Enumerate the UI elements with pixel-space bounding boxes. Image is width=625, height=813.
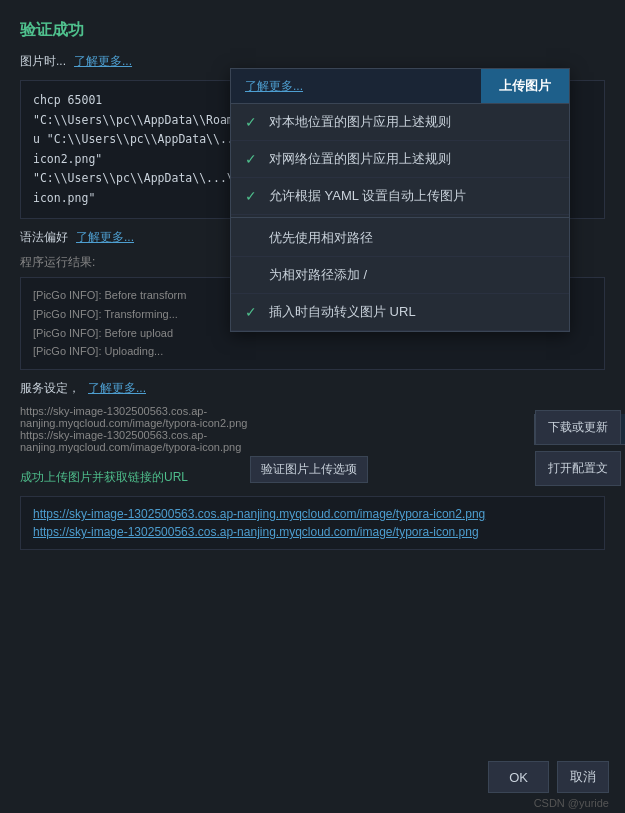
ok-button[interactable]: OK <box>488 761 549 793</box>
dropdown-item-network[interactable]: ✓ 对网络位置的图片应用上述规则 <box>231 141 569 178</box>
dropdown-learn-more[interactable]: 了解更多... <box>231 70 317 103</box>
upload-image-button[interactable]: 上传图片 <box>481 69 569 103</box>
bg-upload-url-2: https://sky-image-1302500563.cos.ap- <box>20 429 605 441</box>
dropdown-item-local[interactable]: ✓ 对本地位置的图片应用上述规则 <box>231 104 569 141</box>
dropdown-divider <box>231 217 569 218</box>
cancel-button[interactable]: 取消 <box>557 761 609 793</box>
learn-more-2[interactable]: 了解更多... <box>76 229 134 246</box>
dropdown-item-yaml[interactable]: ✓ 允许根据 YAML 设置自动上传图片 <box>231 178 569 215</box>
watermark: CSDN @yuride <box>534 797 609 809</box>
bg-upload-url-1b: nanjing.myqcloud.com/image/typora-icon2.… <box>20 417 605 429</box>
open-config-button[interactable]: 打开配置文 <box>535 451 621 486</box>
dropdown-item-auto-escape[interactable]: ✓ 插入时自动转义图片 URL <box>231 294 569 331</box>
dropdown-item-relative[interactable]: 优先使用相对路径 <box>231 220 569 257</box>
learn-more-3[interactable]: 了解更多... <box>88 380 146 397</box>
bg-upload-url-2b: nanjing.myqcloud.com/image/typora-icon.p… <box>20 441 605 453</box>
check-icon-2: ✓ <box>245 151 261 167</box>
verify-tooltip: 验证图片上传选项 <box>250 456 368 483</box>
check-icon-3: ✓ <box>245 188 261 204</box>
log-line-4: [PicGo INFO]: Uploading... <box>33 342 592 361</box>
bg-upload-url-1: https://sky-image-1302500563.cos.ap- <box>20 405 605 417</box>
dropdown-item-add-slash-label: 为相对路径添加 / <box>269 266 367 284</box>
dropdown-item-local-label: 对本地位置的图片应用上述规则 <box>269 113 451 131</box>
dropdown-item-yaml-label: 允许根据 YAML 设置自动上传图片 <box>269 187 466 205</box>
verify-success-label: 验证成功 <box>20 20 605 41</box>
success-url-2[interactable]: https://sky-image-1302500563.cos.ap-nanj… <box>33 525 592 539</box>
learn-more-1[interactable]: 了解更多... <box>74 53 132 70</box>
syntax-label: 语法偏好 <box>20 229 68 246</box>
service-settings-label: 服务设定， <box>20 380 80 397</box>
success-url-1[interactable]: https://sky-image-1302500563.cos.ap-nanj… <box>33 507 592 521</box>
dropdown-item-network-label: 对网络位置的图片应用上述规则 <box>269 150 451 168</box>
download-update-button[interactable]: 下载或更新 <box>535 410 621 445</box>
check-icon-4: ✓ <box>245 304 261 320</box>
dropdown-item-relative-label: 优先使用相对路径 <box>269 229 373 247</box>
image-tab-label: 图片时... <box>20 53 66 70</box>
dropdown-menu: 了解更多... 上传图片 ✓ 对本地位置的图片应用上述规则 ✓ 对网络位置的图片… <box>230 68 570 332</box>
bottom-buttons: OK 取消 <box>488 761 609 793</box>
right-buttons-panel: 下载或更新 打开配置文 <box>535 410 625 486</box>
check-icon-1: ✓ <box>245 114 261 130</box>
dropdown-item-auto-escape-label: 插入时自动转义图片 URL <box>269 303 416 321</box>
dropdown-item-add-slash[interactable]: 为相对路径添加 / <box>231 257 569 294</box>
